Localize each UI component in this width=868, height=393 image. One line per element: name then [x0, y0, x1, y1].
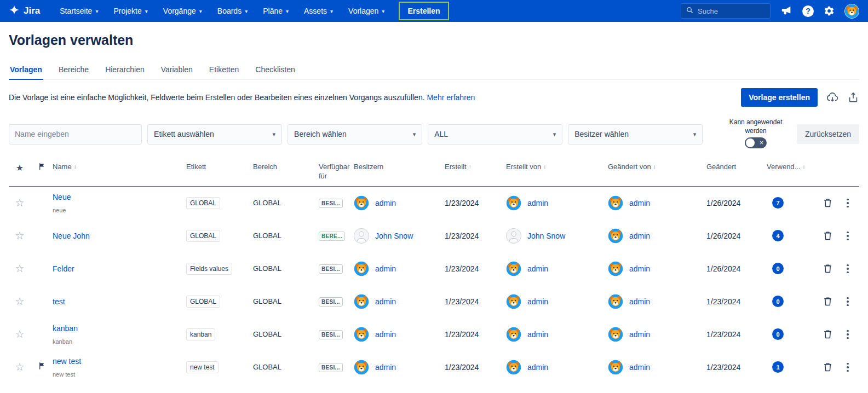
created-by-link[interactable]: admin — [527, 297, 548, 306]
reset-button[interactable]: Zurücksetzen — [797, 124, 859, 144]
created-date: 1/23/2024 — [445, 199, 506, 207]
modified-by-link[interactable]: admin — [629, 199, 650, 207]
delete-icon[interactable] — [818, 362, 837, 372]
delete-icon[interactable] — [818, 296, 837, 307]
tab-checklisten[interactable]: Checklisten — [254, 62, 296, 79]
favorite-column-header: ★ — [9, 163, 31, 173]
template-name-link[interactable]: new test — [53, 357, 81, 366]
modified-by-cell: admin — [608, 195, 706, 211]
availability-lozenge: BESI... — [319, 330, 343, 339]
created-by-link[interactable]: admin — [527, 330, 548, 339]
owner-link[interactable]: admin — [375, 363, 396, 372]
favorite-star-icon[interactable]: ☆ — [15, 196, 24, 209]
search-box[interactable] — [681, 3, 771, 19]
status-select[interactable]: ALL ▾ — [428, 124, 562, 145]
created-by-avatar — [506, 195, 521, 211]
owner-link[interactable]: admin — [375, 199, 396, 207]
modified-by-link[interactable]: admin — [629, 264, 650, 273]
more-actions-icon[interactable] — [844, 262, 851, 276]
nav-menu: Startseite ▾ Projekte ▾ Vorgänge ▾ Board… — [60, 7, 384, 15]
template-name-link[interactable]: kanban — [53, 324, 78, 333]
column-header-label: Geändert — [706, 163, 736, 171]
more-actions-icon[interactable] — [844, 229, 851, 243]
tab-hierarchien[interactable]: Hierarchien — [104, 62, 146, 79]
create-button[interactable]: Erstellen — [399, 2, 449, 20]
label-select[interactable]: Etikett auswählen ▾ — [147, 124, 282, 145]
tab-bereiche[interactable]: Bereiche — [58, 62, 90, 79]
nav-item-boards[interactable]: Boards ▾ — [217, 7, 248, 15]
favorite-star-icon[interactable]: ☆ — [15, 262, 24, 275]
more-actions-icon[interactable] — [844, 196, 851, 210]
column-header-name[interactable]: Name ↕ — [53, 163, 186, 171]
column-header-etikett: Etikett — [186, 163, 253, 171]
favorite-star-icon[interactable]: ☆ — [15, 361, 24, 373]
name-filter-input[interactable] — [9, 124, 142, 145]
delete-icon[interactable] — [818, 263, 837, 274]
owner-select[interactable]: Besitzer wählen ▾ — [568, 124, 703, 145]
owner-cell: admin — [354, 195, 445, 211]
availability-lozenge: BESI... — [319, 363, 343, 372]
tab-vorlagen[interactable]: Vorlagen — [9, 62, 43, 80]
area-cell: GLOBAL — [253, 199, 319, 207]
tab-etiketten[interactable]: Etiketten — [208, 62, 240, 79]
chevron-down-icon: ▾ — [382, 8, 384, 14]
learn-more-link[interactable]: Mehr erfahren — [427, 93, 475, 102]
nav-item-assets[interactable]: Assets ▾ — [304, 7, 333, 15]
settings-gear-icon[interactable] — [824, 5, 835, 16]
more-actions-icon[interactable] — [844, 361, 851, 374]
label-chip: Fields values — [186, 263, 232, 275]
sort-icon: ↕ — [802, 164, 805, 171]
more-actions-icon[interactable] — [844, 328, 851, 342]
chevron-down-icon: ▾ — [330, 8, 333, 14]
created-by-link[interactable]: admin — [527, 199, 548, 207]
favorite-star-icon[interactable]: ☆ — [15, 229, 24, 242]
modified-by-link[interactable]: admin — [629, 330, 650, 339]
column-header-geaendert: Geändert — [706, 163, 767, 171]
nav-item-startseite[interactable]: Startseite ▾ — [60, 7, 98, 15]
favorite-star-icon[interactable]: ☆ — [15, 328, 24, 340]
tab-variablen[interactable]: Variablen — [160, 62, 194, 79]
template-name-link[interactable]: Neue — [53, 193, 71, 201]
nav-item-vorlagen[interactable]: Vorlagen ▾ — [348, 7, 384, 15]
help-icon[interactable]: ? — [802, 5, 814, 17]
delete-icon[interactable] — [818, 329, 837, 339]
created-by-link[interactable]: admin — [527, 264, 548, 273]
cloud-download-icon[interactable] — [826, 91, 838, 103]
column-header-geaendert-von[interactable]: Geändert von ↕ — [608, 163, 706, 171]
modified-by-link[interactable]: admin — [629, 232, 650, 240]
modified-by-link[interactable]: admin — [629, 363, 650, 372]
owner-link[interactable]: admin — [375, 264, 396, 273]
template-name-link[interactable]: Felder — [53, 264, 74, 273]
column-header-verwend[interactable]: Verwend... ↕ — [767, 163, 818, 171]
announcement-icon[interactable] — [780, 5, 792, 17]
nav-item-projekte[interactable]: Projekte ▾ — [113, 7, 147, 15]
create-template-button[interactable]: Vorlage erstellen — [741, 88, 818, 107]
export-icon[interactable] — [847, 91, 859, 103]
delete-icon[interactable] — [818, 230, 837, 241]
profile-avatar[interactable] — [844, 4, 859, 19]
can-apply-toggle[interactable]: × — [745, 137, 767, 148]
search-input[interactable] — [698, 7, 762, 15]
modified-by-link[interactable]: admin — [629, 297, 650, 306]
owner-link[interactable]: admin — [375, 330, 396, 339]
template-name-link[interactable]: Neue John — [53, 232, 90, 240]
delete-icon[interactable] — [818, 198, 837, 208]
column-header-besitzern: Besitzern — [354, 163, 445, 171]
nav-item-vorgaenge[interactable]: Vorgänge ▾ — [163, 7, 202, 15]
owner-link[interactable]: admin — [375, 297, 396, 306]
label-chip: GLOBAL — [186, 230, 220, 242]
created-by-link[interactable]: admin — [527, 363, 548, 372]
created-by-link[interactable]: John Snow — [527, 232, 565, 240]
favorite-star-icon[interactable]: ☆ — [15, 295, 24, 308]
column-header-erstellt[interactable]: Erstellt ↑ — [445, 163, 506, 171]
page-title: Vorlagen verwalten — [9, 32, 859, 48]
column-header-erstellt-von[interactable]: Erstellt von ↕ — [506, 163, 608, 171]
template-name-link[interactable]: test — [53, 297, 65, 306]
area-select[interactable]: Bereich wählen ▾ — [288, 124, 422, 145]
nav-item-plaene[interactable]: Pläne ▾ — [263, 7, 289, 15]
jira-logo[interactable]: Jira — [9, 4, 40, 18]
more-actions-icon[interactable] — [844, 295, 851, 309]
modified-by-cell: admin — [608, 228, 706, 244]
usage-badge: 0 — [772, 296, 784, 307]
owner-link[interactable]: John Snow — [375, 232, 413, 240]
